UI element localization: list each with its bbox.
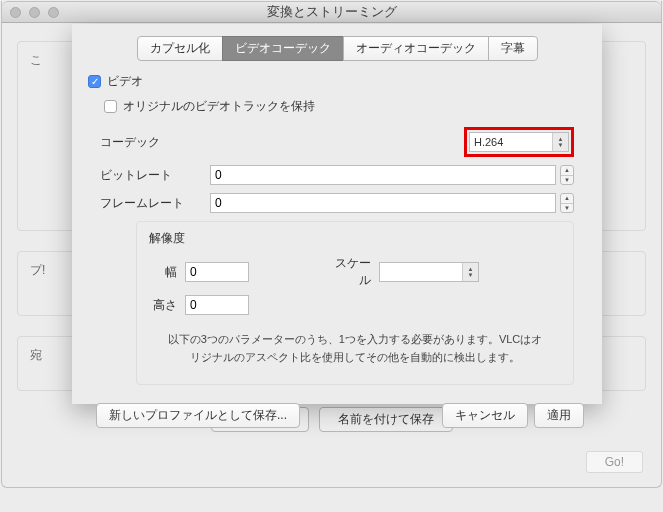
- go-button[interactable]: Go!: [586, 451, 643, 473]
- chevron-updown-icon: ▲▼: [462, 263, 478, 281]
- height-label: 高さ: [149, 297, 185, 314]
- width-input[interactable]: [185, 262, 249, 282]
- resolution-note: 以下の3つのパラメーターのうち、1つを入力する必要があります。VLCはオリジナル…: [149, 321, 561, 376]
- tabs: カプセル化 ビデオコーデック オーディオコーデック 字幕: [88, 36, 586, 61]
- video-checkbox-label: ビデオ: [107, 73, 143, 90]
- height-row: 高さ: [149, 295, 561, 315]
- resolution-panel: 解像度 幅 スケール ▲▼ 高さ 以下の3つのパラメーターのうち、1つを入力する…: [136, 221, 574, 385]
- bitrate-row: ビットレート ▲ ▼: [88, 165, 586, 185]
- video-checkbox[interactable]: ✓: [88, 75, 101, 88]
- cancel-button[interactable]: キャンセル: [442, 403, 528, 428]
- chevron-up-icon: ▲: [561, 194, 573, 204]
- framerate-stepper[interactable]: ▲ ▼: [560, 193, 574, 213]
- width-label: 幅: [149, 264, 185, 281]
- keep-original-checkbox[interactable]: [104, 100, 117, 113]
- video-checkbox-row: ✓ ビデオ: [88, 73, 586, 90]
- apply-button[interactable]: 適用: [534, 403, 584, 428]
- codec-select[interactable]: H.264 ▲▼: [469, 132, 569, 152]
- chevron-down-icon: ▼: [561, 176, 573, 185]
- chevron-up-icon: ▲: [561, 166, 573, 176]
- video-form: コーデック H.264 ▲▼ ビットレート ▲ ▼: [88, 123, 586, 395]
- chevron-down-icon: ▼: [561, 204, 573, 213]
- bitrate-input[interactable]: [210, 165, 556, 185]
- codec-value: H.264: [474, 136, 503, 148]
- codec-label: コーデック: [100, 134, 210, 151]
- titlebar: 変換とストリーミング: [2, 1, 661, 23]
- dialog-buttons: 新しいプロファイルとして保存... キャンセル 適用: [88, 403, 586, 428]
- close-icon[interactable]: [10, 7, 21, 18]
- codec-highlight: H.264 ▲▼: [464, 127, 574, 157]
- resolution-title: 解像度: [149, 230, 561, 247]
- window-title: 変換とストリーミング: [2, 3, 661, 21]
- save-profile-button[interactable]: 新しいプロファイルとして保存...: [96, 403, 300, 428]
- width-row: 幅 スケール ▲▼: [149, 255, 561, 289]
- tab-subtitles[interactable]: 字幕: [488, 36, 538, 61]
- scale-select[interactable]: ▲▼: [379, 262, 479, 282]
- chevron-updown-icon: ▲▼: [552, 133, 568, 151]
- keep-original-label: オリジナルのビデオトラックを保持: [123, 98, 315, 115]
- bitrate-label: ビットレート: [100, 167, 210, 184]
- profile-dialog: カプセル化 ビデオコーデック オーディオコーデック 字幕 ✓ ビデオ オリジナル…: [72, 24, 602, 404]
- height-input[interactable]: [185, 295, 249, 315]
- zoom-icon[interactable]: [48, 7, 59, 18]
- keep-original-row: オリジナルのビデオトラックを保持: [88, 98, 586, 115]
- tab-audio-codec[interactable]: オーディオコーデック: [343, 36, 489, 61]
- tab-video-codec[interactable]: ビデオコーデック: [222, 36, 344, 61]
- framerate-input[interactable]: [210, 193, 556, 213]
- window: 変換とストリーミング こ プ! 宛 Go! カプセル化 ビデオコーデック オーデ…: [1, 1, 662, 488]
- framerate-label: フレームレート: [100, 195, 210, 212]
- bitrate-stepper[interactable]: ▲ ▼: [560, 165, 574, 185]
- traffic-lights: [2, 7, 59, 18]
- minimize-icon[interactable]: [29, 7, 40, 18]
- tab-encapsulation[interactable]: カプセル化: [137, 36, 223, 61]
- framerate-row: フレームレート ▲ ▼: [88, 193, 586, 213]
- codec-row: コーデック H.264 ▲▼: [88, 127, 586, 157]
- scale-label: スケール: [329, 255, 379, 289]
